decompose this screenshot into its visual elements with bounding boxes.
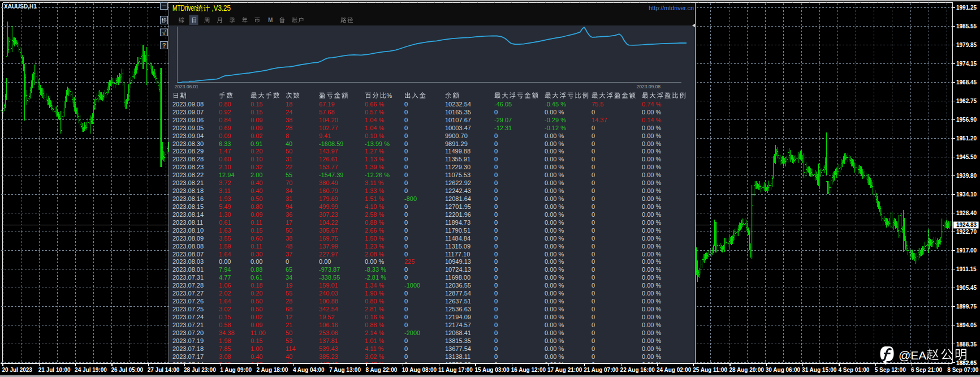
svg-text:1.27 %: 1.27 % [365, 148, 384, 155]
svg-text:3.72: 3.72 [219, 179, 231, 186]
svg-text:0: 0 [494, 140, 498, 147]
svg-text:25 Aug 11:00: 25 Aug 11:00 [693, 367, 727, 373]
svg-text:4.77: 4.77 [219, 274, 231, 281]
svg-text:169.75: 169.75 [319, 235, 338, 242]
svg-text:0.18: 0.18 [251, 282, 262, 289]
svg-text:0.00 %: 0.00 % [642, 274, 661, 281]
svg-text:4.10 %: 4.10 % [365, 203, 384, 210]
svg-text:21 Jul 10:00: 21 Jul 10:00 [38, 367, 71, 373]
svg-text:0: 0 [404, 314, 408, 320]
svg-text:2023.08.15: 2023.08.15 [172, 203, 204, 210]
svg-text:8 Sep 07:00: 8 Sep 07:00 [947, 367, 978, 373]
svg-text:0.09: 0.09 [251, 117, 262, 123]
svg-text:0.00 %: 0.00 % [642, 251, 661, 258]
svg-text:21 Aug 07:00: 21 Aug 07:00 [584, 367, 619, 373]
svg-text:0.50: 0.50 [251, 306, 262, 312]
svg-text:0: 0 [494, 187, 498, 194]
svg-text:24 Jul 19:00: 24 Jul 19:00 [75, 367, 107, 373]
svg-text:0.00 %: 0.00 % [545, 306, 564, 312]
svg-text:104.20: 104.20 [319, 117, 338, 123]
svg-text:0: 0 [404, 353, 408, 360]
svg-text:0.00 %: 0.00 % [642, 227, 661, 234]
svg-text:0.00 %: 0.00 % [545, 314, 564, 320]
svg-text:10165.35: 10165.35 [445, 109, 471, 115]
svg-text:126.61: 126.61 [319, 156, 338, 162]
svg-text:0.00 %: 0.00 % [545, 282, 564, 289]
svg-text:28 Jul 23:00: 28 Jul 23:00 [184, 367, 216, 373]
svg-text:70: 70 [286, 179, 292, 186]
svg-text:1922.70: 1922.70 [956, 229, 977, 235]
svg-text:0: 0 [592, 329, 595, 336]
svg-text:-0.29 %: -0.29 % [545, 117, 566, 123]
svg-text:1.59: 1.59 [219, 243, 231, 250]
svg-text:1974.15: 1974.15 [956, 61, 977, 67]
svg-text:1.34 %: 1.34 % [365, 282, 384, 289]
svg-text:2.02: 2.02 [219, 290, 231, 297]
svg-text:9900.70: 9900.70 [445, 132, 468, 139]
svg-text:12701.95: 12701.95 [445, 203, 471, 210]
svg-text:3.02: 3.02 [219, 306, 231, 312]
svg-text:0: 0 [494, 156, 498, 162]
svg-text:2.14 %: 2.14 % [365, 329, 384, 336]
svg-text:8: 8 [286, 132, 289, 139]
svg-text:0: 0 [494, 172, 498, 178]
svg-text:0.60: 0.60 [251, 235, 262, 242]
svg-text:15 Aug 03:00: 15 Aug 03:00 [474, 367, 510, 373]
svg-text:380.49: 380.49 [319, 179, 338, 186]
svg-text:0.00 %: 0.00 % [545, 195, 564, 202]
svg-text:1.01 %: 1.01 % [365, 337, 384, 344]
svg-text:0.00 %: 0.00 % [642, 203, 661, 210]
svg-text:0: 0 [494, 282, 498, 289]
svg-text:0.20: 0.20 [251, 290, 262, 297]
svg-text:1.93: 1.93 [219, 195, 231, 202]
svg-text:1899.75: 1899.75 [956, 303, 977, 310]
svg-text:2023.08.03: 2023.08.03 [172, 258, 204, 265]
svg-text:0.15: 0.15 [251, 227, 262, 234]
svg-text:0: 0 [404, 243, 408, 250]
svg-text:1.50 %: 1.50 % [365, 235, 384, 242]
svg-text:,V3.25: ,V3.25 [212, 3, 231, 12]
svg-text:0: 0 [494, 329, 498, 336]
svg-text:0.00 %: 0.00 % [642, 195, 661, 202]
svg-text:0: 0 [404, 322, 408, 328]
svg-text:0.09: 0.09 [251, 211, 262, 218]
svg-text:0: 0 [286, 258, 289, 265]
svg-text:0.00 %: 0.00 % [545, 172, 564, 178]
svg-text:12622.92: 12622.92 [445, 179, 471, 186]
svg-text:305.67: 305.67 [319, 227, 338, 234]
svg-text:0: 0 [592, 258, 595, 265]
svg-text:0: 0 [494, 298, 498, 305]
svg-text:12536.63: 12536.63 [445, 306, 471, 312]
svg-text:0.00 %: 0.00 % [642, 329, 661, 336]
svg-text:21: 21 [286, 322, 292, 328]
svg-text:2023.08.11: 2023.08.11 [172, 219, 203, 226]
svg-text:-800: -800 [404, 195, 417, 202]
svg-text:2023.08.16: 2023.08.16 [172, 195, 204, 202]
svg-text:0: 0 [404, 306, 408, 312]
svg-text:0: 0 [404, 274, 408, 281]
svg-text:1956.90: 1956.90 [956, 117, 977, 123]
svg-text:6.33: 6.33 [219, 140, 231, 147]
svg-text:0: 0 [404, 156, 408, 162]
svg-text:0.00 %: 0.00 % [642, 353, 661, 360]
svg-text:22: 22 [286, 164, 292, 170]
svg-text:MTDriver: MTDriver [172, 3, 196, 12]
svg-text:0.00 %: 0.00 % [642, 132, 661, 139]
svg-text:1.47: 1.47 [219, 148, 231, 155]
svg-text:0.92: 0.92 [219, 109, 231, 115]
svg-text:0: 0 [404, 203, 408, 210]
svg-text:94: 94 [286, 203, 292, 210]
svg-text:0.00 %: 0.00 % [545, 266, 564, 273]
svg-text:0.00 %: 0.00 % [545, 274, 564, 281]
svg-text:12637.51: 12637.51 [445, 298, 471, 305]
svg-text:2023.07.18: 2023.07.18 [172, 345, 204, 352]
svg-text:342.54: 342.54 [319, 306, 338, 312]
svg-text:0.74 %: 0.74 % [642, 101, 661, 108]
svg-text:7 Aug 13:00: 7 Aug 13:00 [329, 367, 361, 373]
svg-text:100.88: 100.88 [319, 298, 338, 305]
svg-text:0: 0 [494, 274, 498, 281]
svg-text:0.00 %: 0.00 % [545, 156, 564, 162]
svg-text:539.43: 539.43 [319, 345, 338, 352]
svg-text:2023.08.30: 2023.08.30 [172, 140, 204, 147]
svg-text:0.40: 0.40 [251, 187, 262, 194]
